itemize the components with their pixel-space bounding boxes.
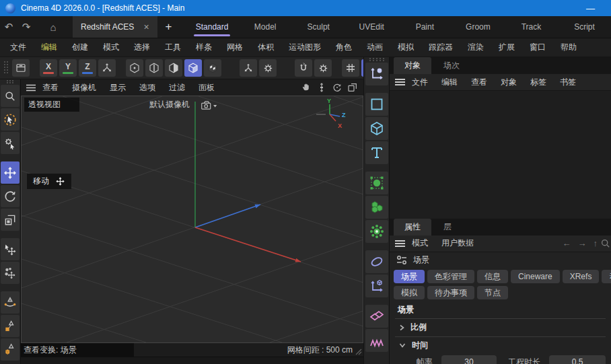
- scale-tool-icon[interactable]: [1, 209, 20, 231]
- viewport-menu-cameras[interactable]: 摄像机: [65, 82, 103, 94]
- menu-spline[interactable]: 样条: [188, 42, 219, 53]
- quantize-icon[interactable]: [342, 59, 359, 77]
- attribute-manager-hamburger-icon[interactable]: [395, 240, 405, 248]
- pen-cube-icon[interactable]: [1, 338, 20, 361]
- history-back-icon[interactable]: ←: [559, 238, 575, 248]
- sketch-pen-icon[interactable]: [1, 315, 20, 337]
- menu-select[interactable]: 选择: [127, 42, 157, 53]
- project-duration-value[interactable]: 0.5: [549, 355, 606, 364]
- rectangle-spline-icon[interactable]: [365, 93, 388, 116]
- text-spline-icon[interactable]: [365, 141, 388, 164]
- am-menu-mode[interactable]: 模式: [405, 238, 435, 249]
- menu-window[interactable]: 窗口: [522, 42, 553, 53]
- section-scale[interactable]: 比例: [390, 319, 611, 336]
- fps-value[interactable]: 30: [441, 355, 497, 364]
- minimize-button[interactable]: —: [586, 3, 595, 13]
- orbit-rotate-icon[interactable]: [332, 82, 343, 93]
- tweak-move-icon[interactable]: [1, 238, 20, 260]
- volume-builder-icon[interactable]: [365, 196, 388, 219]
- dolly-zoom-icon[interactable]: [316, 82, 327, 93]
- section-time[interactable]: 时间: [390, 337, 611, 355]
- attr-tab-animation[interactable]: 动画: [602, 270, 611, 283]
- layout-tab-paint[interactable]: Paint: [398, 16, 452, 38]
- rotate-tool-icon[interactable]: [1, 185, 20, 207]
- menu-mode[interactable]: 模式: [96, 42, 127, 53]
- live-selection-icon[interactable]: [1, 108, 20, 131]
- attr-tab-cineware[interactable]: Cineware: [511, 270, 560, 283]
- tab-objects[interactable]: 对象: [394, 57, 431, 74]
- xpresso-planes-icon[interactable]: [365, 305, 388, 328]
- snap-settings-gear-icon[interactable]: [314, 59, 332, 77]
- axis-z-button[interactable]: Z: [79, 59, 96, 77]
- menu-mesh[interactable]: 网格: [219, 42, 250, 53]
- layout-tab-sculpt[interactable]: Sculpt: [292, 16, 345, 38]
- layout-tab-script[interactable]: Script: [558, 16, 611, 38]
- spline-pen-icon[interactable]: [1, 291, 20, 314]
- material-partial-icon[interactable]: [365, 329, 388, 352]
- am-menu-userdata[interactable]: 用户数据: [435, 238, 480, 249]
- add-tab-button[interactable]: +: [157, 16, 180, 38]
- tab-takes[interactable]: 场次: [433, 57, 470, 74]
- camera-icon[interactable]: [201, 100, 218, 110]
- multi-move-icon[interactable]: [1, 262, 20, 284]
- viewport-menu-display[interactable]: 显示: [103, 82, 133, 94]
- viewport-hamburger-icon[interactable]: [26, 84, 36, 92]
- menu-create[interactable]: 创建: [65, 42, 96, 53]
- workplane-icon[interactable]: [12, 59, 30, 77]
- axis-mode-icon[interactable]: [98, 59, 116, 77]
- snap-magnet-icon[interactable]: [295, 59, 312, 77]
- layout-tab-groom[interactable]: Groom: [452, 16, 505, 38]
- layout-tab-uvedit[interactable]: UVEdit: [345, 16, 398, 38]
- toggle-views-icon[interactable]: [347, 82, 358, 93]
- edges-mode-icon[interactable]: [145, 59, 163, 77]
- layout-tab-standard[interactable]: Standard: [186, 16, 239, 38]
- spline-pen-object-icon[interactable]: [365, 63, 388, 85]
- move-tool-icon[interactable]: [1, 161, 20, 184]
- search-commander-icon[interactable]: [1, 85, 20, 107]
- document-tab[interactable]: Redshift ACES ×: [73, 16, 157, 38]
- axis-settings-gear-icon[interactable]: [259, 59, 277, 77]
- object-manager-hamburger-icon[interactable]: [395, 78, 405, 86]
- menu-edit[interactable]: 编辑: [34, 42, 65, 53]
- parent-up-icon[interactable]: ↑: [590, 238, 602, 248]
- palette-drag-handle[interactable]: [369, 58, 384, 61]
- attr-tab-nodes[interactable]: 节点: [477, 286, 508, 299]
- undo-icon[interactable]: ↶: [0, 16, 17, 38]
- layout-tab-track[interactable]: Track: [505, 16, 558, 38]
- subdivision-surface-icon[interactable]: [365, 172, 388, 194]
- axis-x-button[interactable]: X: [40, 59, 57, 77]
- om-menu-file[interactable]: 文件: [405, 77, 435, 88]
- model-mode-icon[interactable]: [184, 59, 202, 77]
- close-tab-icon[interactable]: ×: [143, 22, 149, 32]
- palette-drag-handle[interactable]: [7, 80, 13, 83]
- attr-tab-color-management[interactable]: 色彩管理: [427, 270, 474, 283]
- object-list[interactable]: [390, 91, 611, 219]
- viewport-menu-panel[interactable]: 面板: [192, 82, 221, 94]
- om-menu-tags[interactable]: 标签: [524, 77, 553, 88]
- menu-render[interactable]: 渲染: [460, 42, 491, 53]
- home-icon[interactable]: ⌂: [44, 16, 62, 38]
- search-icon[interactable]: [601, 239, 610, 248]
- attr-tab-todo[interactable]: 待办事项: [427, 286, 474, 299]
- resize-grip-icon[interactable]: [355, 349, 362, 355]
- deformer-icon[interactable]: [365, 250, 388, 273]
- pan-hand-icon[interactable]: [301, 82, 312, 93]
- om-menu-view[interactable]: 查看: [464, 77, 494, 88]
- cube-primitive-icon[interactable]: [365, 117, 388, 140]
- view-name-label[interactable]: 透视视图: [24, 98, 79, 112]
- om-menu-bookmarks[interactable]: 书签: [553, 77, 583, 88]
- history-forward-icon[interactable]: →: [575, 238, 590, 248]
- tab-attributes[interactable]: 属性: [394, 219, 431, 235]
- axis-y-button[interactable]: Y: [59, 59, 77, 77]
- axis-cube-icon[interactable]: [365, 275, 388, 297]
- menu-help[interactable]: 帮助: [553, 42, 584, 53]
- viewport-menu-filter[interactable]: 过滤: [162, 82, 192, 94]
- workplane-axis-icon[interactable]: [240, 59, 257, 77]
- om-menu-objects[interactable]: 对象: [494, 77, 524, 88]
- axis-gizmo[interactable]: Y Z X: [310, 98, 354, 133]
- menu-mograph[interactable]: 运动图形: [281, 42, 328, 53]
- texture-mode-icon[interactable]: [204, 59, 221, 77]
- tab-layers[interactable]: 层: [433, 219, 462, 235]
- redo-icon[interactable]: ↷: [17, 16, 35, 38]
- attr-tab-simulation[interactable]: 模拟: [394, 286, 425, 299]
